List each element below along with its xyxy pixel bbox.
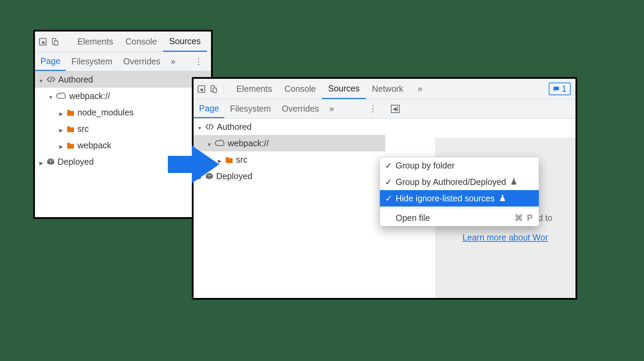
more-tabs-icon[interactable]: » [324,104,339,114]
menu-shortcut: ⌘ P [515,213,533,223]
tree-authored[interactable]: Authored [194,119,385,135]
tree-label: Deployed [58,157,94,167]
check-icon: ✓ [385,194,392,203]
tree-webpack[interactable]: webpack:// [194,135,385,151]
learn-more-link[interactable]: Learn more about Wor [462,233,548,242]
subtab-filesystem[interactable]: Filesystem [224,99,276,118]
topbar: Elements Console Sources [35,32,211,52]
menu-hide-ignore-listed[interactable]: ✓ Hide ignore-listed sources [380,190,539,207]
tree-src[interactable]: src [194,151,385,168]
tree-src[interactable]: src [35,121,211,137]
menu-separator [380,208,539,208]
chevron-down-icon [197,122,202,132]
issues-icon [553,86,560,92]
tree-label: Authored [217,122,251,132]
menu-label: Open file [396,213,430,223]
subtab-page[interactable]: Page [194,99,224,118]
sources-subtabs: Page Filesystem Overrides » ⋮ [194,99,385,119]
menu-label: Hide ignore-listed sources [396,194,495,203]
tab-sources[interactable]: Sources [322,79,366,99]
separator [224,84,224,94]
folder-icon [225,156,233,163]
tree-label: Deployed [216,171,252,181]
editor-toolbar [385,99,575,119]
file-tree: Authored webpack:// src [194,119,385,298]
tree-node-modules[interactable]: node_modules [35,104,211,121]
check-icon: ✓ [385,177,392,187]
flask-icon [499,194,506,203]
chevron-right-icon [58,140,64,150]
issues-badge[interactable]: 1 [549,83,571,95]
issues-count: 1 [562,84,567,94]
cube-icon [47,158,55,166]
main-tabs: Elements Console Sources Network [230,79,409,99]
tab-console[interactable]: Console [119,32,163,52]
kebab-menu-icon[interactable]: ⋮ [189,57,208,66]
tree-authored[interactable]: Authored [35,71,211,88]
svg-marker-0 [168,146,219,183]
sources-subtabs: Page Filesystem Overrides » ⋮ [35,52,211,71]
devtools-panel-before: Elements Console Sources Page Filesystem… [33,30,213,219]
tree-webpack[interactable]: webpack:// [35,88,211,104]
device-icon[interactable] [209,85,218,94]
menu-label: Group by Authored/Deployed [396,177,506,187]
device-icon[interactable] [51,37,59,46]
chevron-down-icon [38,75,44,85]
more-tabs-icon[interactable]: » [166,57,180,66]
subtab-overrides[interactable]: Overrides [276,99,324,118]
tab-elements[interactable]: Elements [71,32,119,52]
folder-icon [66,109,75,116]
menu-open-file[interactable]: Open file ⌘ P [380,210,539,226]
tree-label: node_modules [77,108,134,117]
main-tabs: Elements Console Sources [71,32,207,52]
tab-console[interactable]: Console [278,79,322,99]
tab-sources[interactable]: Sources [163,32,207,52]
tab-network[interactable]: Network [366,79,410,99]
more-tabs-icon[interactable]: » [413,84,427,94]
tree-label: src [77,124,89,134]
devtools-panel-after: Elements Console Sources Network » 1 Pag… [192,77,577,300]
tree-deployed[interactable]: Deployed [194,168,385,184]
cloud-icon [56,92,66,99]
folder-icon [66,125,75,132]
subtab-filesystem[interactable]: Filesystem [66,52,117,71]
chevron-right-icon [38,157,44,167]
sources-context-menu: ✓ Group by folder ✓ Group by Authored/De… [380,157,539,226]
menu-group-by-folder[interactable]: ✓ Group by folder [380,157,539,174]
transition-arrow [168,144,219,185]
subtab-page[interactable]: Page [35,52,66,71]
code-icon [47,76,55,83]
folder-icon [66,142,75,149]
collapse-pane-icon[interactable] [391,105,400,113]
svg-rect-6 [213,88,216,92]
chevron-down-icon [48,91,53,101]
flask-icon [511,177,517,187]
subtab-overrides[interactable]: Overrides [118,52,166,71]
tree-label: src [236,155,247,165]
check-icon: ✓ [385,161,392,171]
tab-elements[interactable]: Elements [230,79,278,99]
inspect-icon[interactable] [197,85,206,94]
tree-label: webpack:// [69,91,110,101]
tree-label: webpack [77,140,111,150]
chevron-right-icon [58,108,64,117]
topbar: Elements Console Sources Network » 1 [194,79,575,99]
tree-label: Authored [58,75,93,85]
menu-group-by-authored[interactable]: ✓ Group by Authored/Deployed [380,174,539,190]
chevron-right-icon [58,124,64,134]
svg-rect-3 [54,41,58,45]
tree-label: webpack:// [228,138,269,148]
code-icon [205,123,214,130]
inspect-icon[interactable] [38,37,47,46]
menu-label: Group by folder [396,161,455,171]
kebab-menu-icon[interactable]: ⋮ [364,104,382,114]
